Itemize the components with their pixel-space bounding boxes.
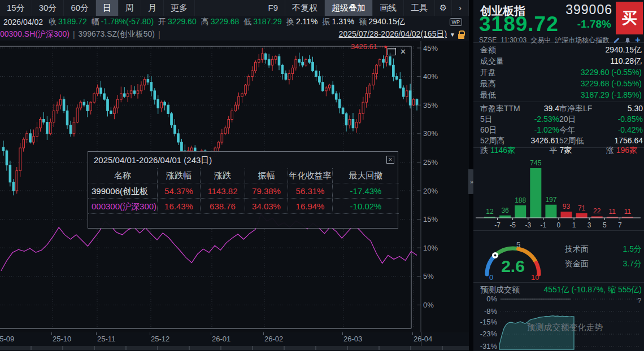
tool-button-不复权[interactable]: 不复权 <box>285 0 325 16</box>
quote-label: 高 <box>201 17 209 27</box>
score-row: 技术面 1.5分 <box>565 242 642 256</box>
time-axis-label: 25-11 <box>97 335 115 343</box>
period-tab-月[interactable]: 月 <box>141 0 164 16</box>
overlay-series-hs300[interactable]: 00300.SH(沪深300) <box>0 29 69 40</box>
quote-value: 3229.60 <box>168 17 197 27</box>
toolbar-spacer <box>195 0 261 16</box>
quote-panel: 创业板指 399006 买 3189.72 -1.78% SZSE 11:30:… <box>473 0 644 351</box>
time-axis-tick <box>51 332 52 335</box>
stat-label: 20日 <box>559 114 576 125</box>
period-tab-周[interactable]: 周 <box>119 0 141 16</box>
last-price: 3189.72 <box>479 12 559 36</box>
time-axis-tick <box>263 332 264 335</box>
tool-button-F9[interactable]: F9 <box>261 0 285 16</box>
restore-window-icon[interactable] <box>388 48 396 55</box>
stats-list: 金额2940.15亿成交量110.28亿开盘3229.60 (-0.55%)最高… <box>473 44 644 149</box>
stats-row-value: 1143.82 <box>200 183 245 198</box>
help-icon[interactable]: ? <box>637 296 641 305</box>
interval-stats-title: 2025/04/01-2026/04/01 (243日) <box>88 152 398 168</box>
period-tab-15分[interactable]: 15分 <box>0 0 32 16</box>
svg-text:30%: 30% <box>423 129 438 138</box>
change-percent: -1.78% <box>577 18 611 30</box>
stats-row-value: 16.43% <box>157 198 200 213</box>
time-axis-label: 26-02 <box>264 335 283 343</box>
bottom-navigator-strip[interactable] <box>0 346 469 350</box>
quote-label: 开 <box>158 17 166 27</box>
stat-label: 金额 <box>480 44 496 55</box>
svg-text:5: 5 <box>516 240 520 249</box>
stat-value: -2.53% <box>534 114 559 125</box>
stats-row-name[interactable]: 399006(创业板指) <box>88 183 157 198</box>
stat-row: 最低3187.29 (-1.85%) <box>473 89 644 100</box>
close-window-icon[interactable]: ✕ <box>400 48 406 55</box>
stats-row-value: 56.31% <box>288 183 332 198</box>
quote-label: 收 <box>49 17 56 27</box>
svg-text:15%: 15% <box>423 215 438 223</box>
tool-button-超级叠加[interactable]: 超级叠加 <box>325 0 373 16</box>
stat-label: 成交量 <box>480 55 504 67</box>
buy-button[interactable]: 买 <box>616 2 643 34</box>
stats-col-header: 涨跌幅 <box>157 168 200 183</box>
stats-row-name[interactable]: 000300(沪深300) <box>88 198 157 213</box>
time-axis-tick <box>342 332 343 335</box>
candlestick-chart-area[interactable]: 45%40%35%30%25%20%15%10%5%0%3426.61 ✕ 20… <box>0 41 469 332</box>
stat-label: 60日 <box>480 125 497 135</box>
breadth-histogram: 12361887451979371221111-7-5-3-101357 <box>473 152 644 230</box>
stat-col1: 市盈率TTM39.4 <box>480 103 559 114</box>
svg-text:45%: 45% <box>423 44 438 52</box>
stat-value: 5.30 <box>628 103 643 114</box>
date-range-link[interactable]: 2025/07/28-2026/04/02(165日) <box>339 29 447 40</box>
stats-row-value: 34.03% <box>245 198 288 213</box>
svg-text:10%: 10% <box>423 244 438 252</box>
svg-text:22: 22 <box>593 207 601 215</box>
svg-text:11: 11 <box>609 208 616 216</box>
svg-text:20%: 20% <box>423 187 438 195</box>
quote-value: 2.11% <box>296 17 318 27</box>
stat-value: 3187.29 (-1.85%) <box>581 89 642 100</box>
stat-value: 2940.15亿 <box>605 44 642 55</box>
edit-pencil-icon[interactable] <box>613 37 620 44</box>
stat-value: -0.85% <box>618 114 643 125</box>
stat-col2: 今年-0.42% <box>559 125 643 135</box>
lock-icon[interactable] <box>458 34 464 39</box>
svg-text:0: 0 <box>489 273 493 282</box>
overlay-series-cyb50[interactable]: 399673.SZ(创业板50) <box>79 29 155 40</box>
score-list: 技术面 1.5分 资金面 3.7分 <box>565 242 642 271</box>
period-tab-更多[interactable]: 更多 <box>164 0 195 16</box>
alert-bell-icon[interactable] <box>624 37 631 44</box>
quote-panel-header: 创业板指 399006 买 3189.72 -1.78% SZSE 11:30:… <box>473 0 644 43</box>
svg-text:2.6: 2.6 <box>501 257 525 275</box>
svg-text:11: 11 <box>624 208 632 216</box>
period-tab-60分[interactable]: 60分 <box>64 0 96 16</box>
period-tab-30分[interactable]: 30分 <box>32 0 64 16</box>
quote-value: 1.31% <box>332 17 355 27</box>
overlay-series-bar: 00300.SH(沪深300) | 399673.SZ(创业板50) | 202… <box>0 28 469 41</box>
svg-text:7: 7 <box>618 221 622 229</box>
period-tab-日[interactable]: 日 <box>96 0 119 16</box>
svg-text:10: 10 <box>531 273 539 282</box>
svg-text:71: 71 <box>578 204 586 212</box>
stat-pair-row: 60日-1.02%今年-0.42% <box>473 125 644 135</box>
interval-stats-window[interactable]: 2025/04/01-2026/04/01 (243日) ✕ 名称涨跌幅涨跌振幅… <box>88 151 398 229</box>
svg-text:12: 12 <box>486 208 494 216</box>
tool-button-画线[interactable]: 画线 <box>373 0 404 16</box>
stat-label: 市净率LF <box>559 103 592 114</box>
chart-window: 15分30分60分日周月更多 F9不复权超级叠加画线工具 ⚙ › 2026/04… <box>0 0 469 351</box>
stats-col-header: 涨跌 <box>200 168 245 183</box>
interval-stats-close-icon[interactable]: ✕ <box>386 156 394 164</box>
quote-label: 低 <box>243 17 251 27</box>
settings-gear-icon[interactable]: ⚙ <box>435 0 452 16</box>
quote-value: 2940.15亿 <box>368 17 405 27</box>
stat-label: 今年 <box>559 125 575 135</box>
svg-text:-31%: -31% <box>480 342 498 350</box>
toolbar-more-chevron-icon[interactable]: › <box>452 0 469 16</box>
svg-text:-1: -1 <box>541 221 547 229</box>
separator: | <box>158 30 160 39</box>
range-caret-icon[interactable]: ▼ <box>450 32 455 38</box>
wp-window-icon[interactable]: WP <box>450 18 463 26</box>
tool-button-工具[interactable]: 工具 <box>404 0 435 16</box>
quote-value: 3189.72 <box>58 17 87 27</box>
score-value: 1.5分 <box>623 242 642 256</box>
quote-value: 3229.68 <box>211 17 240 27</box>
stat-label: 市盈率TTM <box>480 103 520 114</box>
